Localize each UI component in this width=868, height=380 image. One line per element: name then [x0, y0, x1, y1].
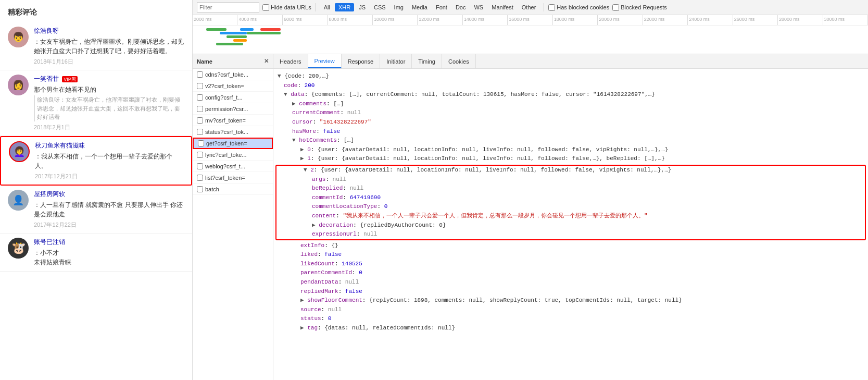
close-panel-button[interactable]: ✕: [264, 58, 269, 65]
type-btn-img[interactable]: Img: [391, 3, 407, 11]
right-panel: Hide data URLs All XHR JS CSS Img Media …: [193, 0, 868, 380]
json-likedCount: likedCount: 140525: [273, 260, 868, 269]
avatar: 👤: [8, 190, 29, 211]
type-btn-manifest[interactable]: Manifest: [488, 3, 517, 11]
ruler-mark: 16000 ms: [508, 15, 552, 25]
network-item[interactable]: mv?csrf_token=: [193, 115, 273, 126]
has-blocked-cookies-label: Has blocked cookies: [548, 4, 609, 11]
timeline-requests: [193, 26, 868, 54]
avatar: 👩‍🦱: [9, 141, 30, 162]
type-btn-doc[interactable]: Doc: [452, 3, 470, 11]
item-checkbox[interactable]: [197, 117, 203, 124]
json-repliedMark: repliedMark: false: [273, 287, 868, 297]
main-content: Name ✕ cdns?csrf_toke... v2?csrf_token= …: [193, 54, 868, 380]
tab-response[interactable]: Response: [342, 54, 381, 68]
json-commentId: commentId: 647419690: [276, 193, 865, 203]
type-btn-media[interactable]: Media: [408, 3, 431, 11]
type-btn-other[interactable]: Other: [518, 3, 540, 11]
type-btn-font[interactable]: Font: [432, 3, 451, 11]
item-checkbox[interactable]: [197, 186, 203, 192]
network-item[interactable]: list?csrf_token=: [193, 172, 273, 183]
json-content: content: "我从来不相信，一个人一辈子只会爱一个人，但我肯定，总有那么一…: [276, 212, 865, 221]
network-item[interactable]: lyric?csrf_toke...: [193, 149, 273, 161]
ruler-mark: 18000 ms: [553, 15, 598, 25]
json-commentLocationType: commentLocationType: 0: [276, 202, 865, 212]
ruler-mark: 12000 ms: [418, 15, 462, 25]
json-liked: liked: false: [273, 250, 868, 260]
json-item2[interactable]: ▼ 2: {user: {avatarDetail: null, locatio…: [276, 166, 865, 175]
network-item[interactable]: cdns?csrf_toke...: [193, 69, 273, 80]
comment-user[interactable]: 一笑否甘 VIP黑: [34, 75, 184, 83]
json-item0[interactable]: ▶ 0: {user: {avatarDetail: null, locatio…: [273, 145, 868, 155]
json-hotComments[interactable]: ▼ hotComments: […]: [273, 136, 868, 145]
timeline-bar: 2000 ms 4000 ms 6000 ms 8000 ms 10000 ms…: [193, 15, 868, 54]
has-blocked-cookies-checkbox[interactable]: [548, 4, 555, 11]
json-showFloorComment[interactable]: ▶ showFloorComment: {replyCount: 1898, c…: [273, 296, 868, 305]
json-beReplied: beReplied: null: [276, 184, 865, 193]
comment-body: 屋搭房阿软 ：人一旦有了感情 就窝囊的不愈 只要那人伸出手 你还是会跟他走 20…: [34, 190, 184, 229]
avatar: 🐮: [8, 238, 29, 259]
item-checkbox[interactable]: [197, 152, 203, 158]
vip-badge: VIP黑: [62, 76, 78, 82]
comment-item-highlighted: 👩‍🦱 秋刀鱼米有猫滋味 ：我从来不相信，一个一个想用一辈子去爱的那个人。 20…: [0, 136, 192, 186]
item-checkbox[interactable]: [197, 106, 203, 112]
comment-user[interactable]: 徐浩良呀: [34, 27, 184, 35]
type-btn-all[interactable]: All: [320, 3, 334, 11]
network-item[interactable]: status?csrf_tok...: [193, 126, 273, 138]
network-item[interactable]: permission?csr...: [193, 103, 273, 115]
hide-data-urls-checkbox[interactable]: [262, 4, 269, 11]
json-cursor: cursor: "1614328222697": [273, 118, 868, 127]
item-name: cdns?csrf_toke...: [205, 71, 248, 78]
comment-body: 一笑否甘 VIP黑 那个男生在她看不见的 徐浩良呀：女友车祸身亡，他浑浑噩噩讓了…: [34, 75, 184, 131]
json-tag[interactable]: ▶ tag: {datas: null, relatedCommentIds: …: [273, 324, 868, 333]
comment-user[interactable]: 秋刀鱼米有猫滋味: [35, 141, 183, 150]
json-data[interactable]: ▼ data: {comments: […], currentComment: …: [273, 90, 868, 100]
divider: [544, 3, 544, 11]
ruler-mark: 4000 ms: [237, 15, 282, 25]
tab-initiator[interactable]: Initiator: [380, 54, 412, 68]
item-checkbox[interactable]: [197, 94, 203, 101]
item-checkbox[interactable]: [197, 129, 203, 135]
json-comments[interactable]: ▶ comments: […]: [273, 100, 868, 109]
comment-user[interactable]: 屋搭房阿软: [34, 190, 184, 199]
ruler-mark: 26000 ms: [733, 15, 778, 25]
item-checkbox[interactable]: [197, 83, 203, 89]
item-checkbox[interactable]: [197, 163, 203, 169]
type-btn-css[interactable]: CSS: [370, 3, 389, 11]
ruler-mark: 10000 ms: [373, 15, 418, 25]
network-item-selected[interactable]: get?csrf_token=: [193, 138, 273, 149]
type-btn-ws[interactable]: WS: [470, 3, 487, 11]
item-name: lyric?csrf_toke...: [205, 152, 246, 158]
network-list-header: Name ✕: [193, 54, 273, 69]
item-name: weblog?csrf_t...: [205, 163, 245, 169]
comment-date: 2018年2月1日: [34, 124, 184, 131]
network-item[interactable]: config?csrf_t...: [193, 92, 273, 103]
json-currentComment: currentComment: null: [273, 108, 868, 118]
json-decoration[interactable]: ▶ decoration: {repliedByAuthorCount: 0}: [276, 221, 865, 230]
network-item[interactable]: v2?csrf_token=: [193, 80, 273, 92]
blocked-requests-checkbox[interactable]: [612, 4, 619, 11]
network-item[interactable]: weblog?csrf_t...: [193, 161, 273, 172]
json-pendantData: pendantData: null: [273, 278, 868, 287]
json-item1[interactable]: ▶ 1: {user: {avatarDetail: null, locatio…: [273, 154, 868, 164]
ruler-mark: 20000 ms: [598, 15, 643, 25]
comment-text: ：我从来不相信，一个一个想用一辈子去爱的那个人。: [35, 152, 183, 170]
json-root[interactable]: ▼ {code: 200,…}: [273, 72, 868, 81]
tab-headers[interactable]: Headers: [273, 54, 308, 68]
tab-cookies[interactable]: Cookies: [442, 54, 476, 68]
comment-text: ：女友车祸身亡，他浑浑噩噩求。刚要倾诉思念，却见她张开血盆大口扑了过想我了吧，要…: [34, 37, 184, 56]
type-btn-xhr[interactable]: XHR: [335, 3, 354, 11]
comment-user[interactable]: 账号已注销: [34, 238, 184, 247]
item-checkbox[interactable]: [197, 175, 203, 181]
item-checkbox[interactable]: [197, 71, 203, 78]
filter-input[interactable]: [197, 2, 259, 13]
tab-timing[interactable]: Timing: [412, 54, 442, 68]
item-checkbox[interactable]: [198, 140, 204, 146]
item-name: status?csrf_tok...: [205, 129, 248, 135]
comment-date: 2017年12月21日: [35, 173, 183, 180]
json-code: code: 200: [273, 81, 868, 91]
tab-preview[interactable]: Preview: [308, 54, 342, 68]
type-btn-js[interactable]: JS: [355, 3, 369, 11]
network-item-batch[interactable]: batch: [193, 183, 273, 195]
ruler-mark: 14000 ms: [463, 15, 508, 25]
